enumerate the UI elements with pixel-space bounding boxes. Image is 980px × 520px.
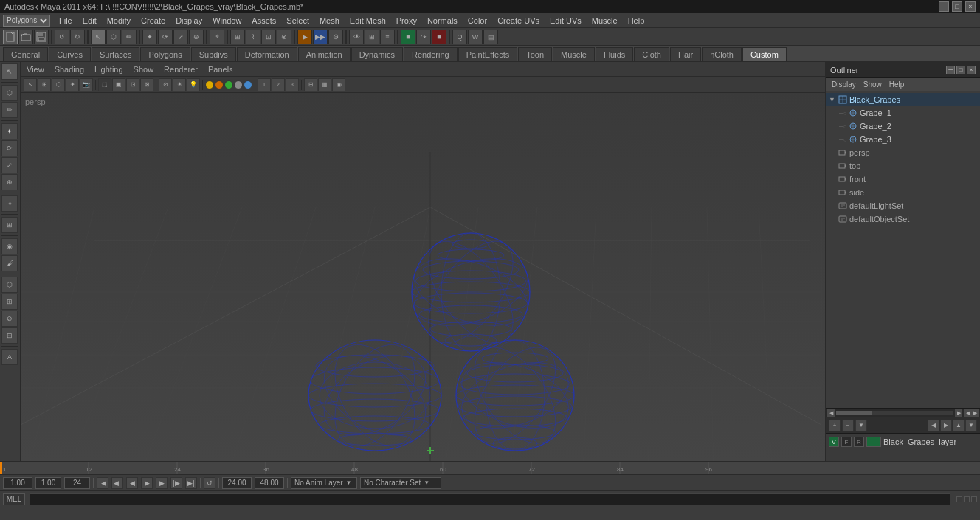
fps-field[interactable]: 48.00 — [255, 477, 284, 489]
selected-key-field[interactable]: 24 — [64, 477, 90, 489]
vp-tool-res-low[interactable]: 1 — [258, 78, 271, 91]
tab-fluids[interactable]: Fluids — [596, 47, 633, 61]
vp-tool-xray[interactable]: ⊘ — [159, 78, 172, 91]
outliner-menu-show[interactable]: Show — [860, 80, 885, 89]
outliner-item-persp[interactable]: persp — [826, 146, 980, 159]
menu-color[interactable]: Color — [463, 15, 491, 27]
outliner-item-side[interactable]: side — [826, 186, 980, 199]
anim-layer-dropdown[interactable]: No Anim Layer ▼ — [291, 477, 357, 489]
vp-menu-panels[interactable]: Panels — [205, 64, 236, 74]
tool-annotation[interactable]: A — [1, 349, 18, 365]
layer-color-swatch[interactable] — [866, 437, 881, 447]
toolbar-attributes[interactable]: ≡ — [380, 30, 395, 44]
toolbar-construction-history[interactable]: ↷ — [416, 30, 431, 44]
layer-render-check[interactable]: R — [854, 437, 864, 447]
layer-freeze-check[interactable]: F — [841, 437, 852, 447]
toolbar-soft-mod[interactable]: ⌖ — [210, 30, 224, 44]
menu-muscle[interactable]: Muscle — [587, 15, 622, 27]
scroll-up-arrow[interactable]: ◀ — [964, 409, 971, 417]
toolbar-universal[interactable]: ⊕ — [189, 30, 204, 44]
outliner-item-defaultobjectset[interactable]: defaultObjectSet — [826, 212, 980, 226]
menu-modify[interactable]: Modify — [103, 15, 135, 27]
menu-select[interactable]: Select — [282, 15, 314, 27]
toolbar-paint[interactable]: ✏ — [122, 30, 137, 44]
tab-custom[interactable]: Custom — [742, 47, 787, 61]
vp-tool-hud[interactable]: ▦ — [318, 78, 331, 91]
menu-normals[interactable]: Normals — [423, 15, 462, 27]
outliner-item-defaultlightset[interactable]: defaultLightSet — [826, 199, 980, 212]
scroll-thumb[interactable] — [836, 411, 872, 415]
outliner-close-button[interactable]: × — [967, 66, 976, 74]
vp-color-orange[interactable] — [215, 80, 224, 89]
layer-options-button[interactable]: ▼ — [855, 420, 867, 431]
vp-color-yellow[interactable] — [205, 80, 214, 89]
vp-color-blue[interactable] — [244, 80, 252, 89]
menu-edit-mesh[interactable]: Edit Mesh — [345, 15, 390, 27]
tab-ncloth[interactable]: nCloth — [702, 47, 742, 61]
minimize-button[interactable]: ─ — [939, 1, 949, 12]
layer-visibility-check[interactable]: V — [829, 437, 839, 447]
vp-menu-shading[interactable]: Shading — [52, 64, 87, 74]
outliner-item-top[interactable]: top — [826, 159, 980, 173]
toolbar-output[interactable]: ■ — [432, 30, 446, 44]
outliner-item-grape1[interactable]: ─○ Grape_1 — [836, 106, 980, 119]
outliner-item-black-grapes[interactable]: ▼ Black_Grapes — [826, 93, 980, 106]
menu-file[interactable]: File — [55, 15, 77, 27]
vp-tool-select[interactable]: ↖ — [24, 78, 37, 91]
toolbar-move[interactable]: ✦ — [142, 30, 157, 44]
tab-muscle[interactable]: Muscle — [553, 47, 595, 61]
vp-tool-shaded-wire[interactable]: ⊠ — [140, 78, 153, 91]
menu-mesh[interactable]: Mesh — [315, 15, 344, 27]
toolbar-channel-box[interactable]: ▤ — [483, 30, 498, 44]
vp-tool-smooth-shade[interactable]: ▣ — [112, 78, 125, 91]
scroll-left-arrow[interactable]: ◀ — [827, 409, 835, 417]
toolbar-scale[interactable]: ⤢ — [173, 30, 188, 44]
outliner-minimize-button[interactable]: ─ — [946, 66, 955, 74]
toolbar-save[interactable] — [34, 30, 49, 44]
vp-tool-no-lights[interactable]: ☀ — [173, 78, 186, 91]
playback-go-to-start[interactable]: |◀ — [97, 477, 108, 489]
tab-hair[interactable]: Hair — [670, 47, 701, 61]
toolbar-snap-grid[interactable]: ⊞ — [230, 30, 245, 44]
toolbar-show-all[interactable]: ⊞ — [365, 30, 379, 44]
vp-color-green[interactable] — [224, 80, 233, 89]
outliner-maximize-button[interactable]: □ — [956, 66, 965, 74]
toolbar-open[interactable] — [18, 30, 33, 44]
toolbar-undo[interactable]: ↺ — [55, 30, 69, 44]
menu-proxy[interactable]: Proxy — [392, 15, 421, 27]
vp-tool-layout[interactable]: ⊞ — [38, 78, 51, 91]
expand-grape3[interactable]: ─○ — [839, 136, 846, 143]
menu-edit[interactable]: Edit — [78, 15, 101, 27]
outliner-item-grape2[interactable]: ─○ Grape_2 — [836, 119, 980, 133]
vp-tool-res-med[interactable]: 2 — [272, 78, 285, 91]
playback-go-to-end[interactable]: ▶| — [185, 477, 197, 489]
layer-new-button[interactable]: + — [829, 420, 841, 431]
playback-end-field[interactable]: 24.00 — [222, 477, 252, 489]
tool-paint-weights[interactable]: 🖌 — [1, 255, 18, 271]
toolbar-render[interactable]: ▶ — [297, 30, 312, 44]
mel-command-input[interactable] — [30, 493, 950, 505]
playback-range-start[interactable]: 1.00 — [35, 477, 61, 489]
outliner-scrollbar[interactable]: ◀ ▶ ◀ ▶ — [826, 408, 980, 417]
layer-scroll-up[interactable]: ▲ — [953, 420, 965, 431]
toolbar-redo[interactable]: ↻ — [70, 30, 85, 44]
tool-lasso[interactable]: ⬡ — [1, 85, 18, 101]
tab-painteffects[interactable]: PaintEffects — [458, 47, 518, 61]
scroll-down-arrow[interactable]: ▶ — [971, 409, 979, 417]
tool-split-poly[interactable]: ⊘ — [1, 311, 18, 327]
toolbar-render-settings[interactable]: ⚙ — [328, 30, 343, 44]
toolbar-input[interactable]: ■ — [401, 30, 415, 44]
tab-curves[interactable]: Curves — [49, 47, 91, 61]
viewport-canvas[interactable]: Y X Z persp — [21, 93, 825, 461]
toolbar-snap-surface[interactable]: ⊗ — [277, 30, 291, 44]
tool-scale[interactable]: ⤢ — [1, 157, 18, 173]
vp-tool-textured[interactable]: ⊡ — [126, 78, 139, 91]
toolbar-ipr[interactable]: ▶▶ — [313, 30, 328, 44]
layer-item-black-grapes[interactable]: V F R Black_Grapes_layer — [829, 435, 977, 448]
outliner-item-front[interactable]: front — [826, 173, 980, 186]
outliner-content[interactable]: ▼ Black_Grapes ─○ Grape_1 ─○ Gr — [826, 91, 980, 408]
mode-selector[interactable]: Polygons — [3, 15, 50, 27]
vp-menu-renderer[interactable]: Renderer — [161, 64, 201, 74]
layer-scroll-left[interactable]: ◀ — [928, 420, 939, 431]
vp-tool-camera[interactable]: 📷 — [80, 78, 93, 91]
